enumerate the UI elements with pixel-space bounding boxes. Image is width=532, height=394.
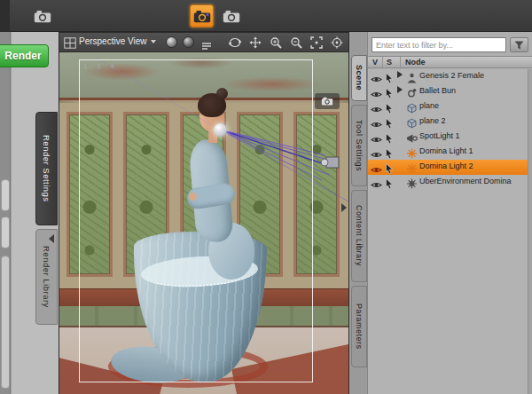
left-scroll-thumb[interactable] bbox=[1, 179, 10, 211]
node-label: Domina Light 1 bbox=[419, 146, 473, 155]
column-visibility: V bbox=[372, 58, 378, 67]
node-label: plane 2 bbox=[419, 116, 446, 125]
viewport-pane-layout-icon[interactable] bbox=[64, 36, 76, 52]
camera-toolbar-button[interactable] bbox=[30, 4, 54, 28]
expand-arrow-icon[interactable] bbox=[397, 86, 403, 93]
tab-label: Tool Settings bbox=[355, 120, 364, 171]
toolbar-corner bbox=[0, 0, 10, 32]
filter-options-button[interactable] bbox=[510, 37, 528, 52]
view-selector-label: Perspective View bbox=[79, 36, 147, 46]
tab-parameters[interactable]: Parameters bbox=[351, 286, 367, 367]
chevron-down-icon bbox=[151, 40, 156, 43]
view-selector[interactable]: Perspective View bbox=[79, 36, 156, 46]
frame-tool-icon[interactable] bbox=[308, 35, 325, 51]
tab-label: Parameters bbox=[355, 303, 364, 350]
selectable-cursor-icon[interactable] bbox=[385, 177, 394, 193]
scene-node-row[interactable]: Ballet Bun bbox=[368, 84, 532, 99]
light-gizmo-sphere[interactable] bbox=[214, 123, 227, 137]
funnel-icon bbox=[514, 41, 524, 50]
left-edge-panel bbox=[0, 32, 11, 394]
tab-label: Render Settings bbox=[42, 135, 51, 202]
left-scroll-track[interactable] bbox=[1, 256, 10, 389]
camera-icon bbox=[321, 97, 333, 106]
scene-node-row[interactable]: plane bbox=[368, 99, 532, 114]
daz-studio-window: Render Render Settings Render Library Pe… bbox=[0, 0, 532, 394]
scene-tree: Genesis 2 Female Ballet Bun plane plane … bbox=[368, 69, 532, 394]
render-camera-icon bbox=[193, 10, 211, 23]
aim-tool-icon[interactable] bbox=[328, 35, 346, 51]
tab-label: Scene bbox=[355, 65, 364, 91]
figure-ballet-bun bbox=[216, 88, 228, 99]
scene-tree-scrollbar[interactable] bbox=[528, 69, 532, 394]
expand-right-pane-arrow[interactable] bbox=[341, 203, 347, 212]
expand-arrow-icon[interactable] bbox=[397, 71, 403, 78]
node-label: SpotLight 1 bbox=[419, 131, 460, 140]
node-label: Domina Light 2 bbox=[419, 162, 473, 170]
tab-render-library[interactable]: Render Library bbox=[35, 229, 58, 325]
figure-hand bbox=[189, 193, 197, 201]
column-selectable: S bbox=[387, 58, 392, 67]
scene-node-row[interactable]: Domina Light 1 bbox=[368, 145, 532, 160]
orbit-tool-icon[interactable] bbox=[226, 35, 244, 51]
viewport: Perspective View bbox=[59, 32, 349, 394]
render-button[interactable]: Render bbox=[0, 44, 49, 67]
camera-icon bbox=[223, 10, 240, 23]
scene-node-row-selected[interactable]: Domina Light 2 bbox=[368, 160, 532, 175]
column-node: Node bbox=[405, 58, 426, 67]
tab-content-library[interactable]: Content Library bbox=[351, 190, 367, 282]
magnify-tool-icon[interactable] bbox=[287, 35, 305, 51]
node-label: UberEnvironment Domina bbox=[419, 177, 512, 185]
visibility-eye-icon[interactable] bbox=[371, 177, 382, 193]
aspect-ratio-label: 1 : 3 : 4 bbox=[83, 62, 115, 70]
figure-genesis2-female[interactable] bbox=[59, 52, 348, 394]
tab-render-settings[interactable]: Render Settings bbox=[35, 112, 58, 225]
scene-node-row[interactable]: plane 2 bbox=[368, 114, 532, 130]
tab-label: Render Library bbox=[42, 246, 51, 308]
drawstyle-sphere-icon[interactable] bbox=[166, 36, 177, 48]
node-label: Genesis 2 Female bbox=[419, 71, 484, 80]
dolly-zoom-tool-icon[interactable] bbox=[267, 35, 285, 51]
drawstyle-sphere2-icon[interactable] bbox=[183, 36, 194, 48]
collapse-left-pane-arrow[interactable] bbox=[49, 234, 54, 243]
scene-node-row[interactable]: SpotLight 1 bbox=[368, 130, 532, 145]
top-toolbar bbox=[0, 0, 532, 32]
camera-icon bbox=[34, 10, 51, 23]
left-dock: Render Render Settings Render Library bbox=[12, 32, 59, 394]
filter-input[interactable] bbox=[372, 37, 506, 52]
node-label: Ballet Bun bbox=[419, 86, 456, 95]
scene-node-row[interactable]: UberEnvironment Domina bbox=[368, 175, 532, 190]
viewport-tools bbox=[226, 35, 346, 51]
left-scroll-thumb[interactable] bbox=[1, 217, 10, 248]
tab-label: Content Library bbox=[355, 205, 364, 266]
viewport-header: Perspective View bbox=[59, 33, 348, 52]
right-dock-tabs: Scene Tool Settings Content Library Para… bbox=[351, 32, 367, 394]
environment-node-icon bbox=[406, 177, 418, 193]
scene-node-row[interactable]: Genesis 2 Female bbox=[368, 69, 532, 84]
render-button-label: Render bbox=[4, 50, 41, 62]
camera-view-overlay-icon[interactable] bbox=[315, 93, 340, 109]
3d-scene-canvas[interactable]: 1 : 3 : 4 bbox=[59, 52, 348, 394]
pan-tool-icon[interactable] bbox=[246, 35, 264, 51]
scene-tree-header: V S Node bbox=[368, 56, 532, 68]
tab-scene[interactable]: Scene bbox=[351, 55, 367, 101]
scene-panel: V S Node Genesis 2 Female Ballet Bun bbox=[367, 32, 532, 394]
node-label: plane bbox=[419, 101, 439, 110]
camera-toolbar-button-2[interactable] bbox=[219, 4, 243, 28]
tab-tool-settings[interactable]: Tool Settings bbox=[351, 105, 367, 186]
render-toolbar-button[interactable] bbox=[190, 4, 214, 28]
